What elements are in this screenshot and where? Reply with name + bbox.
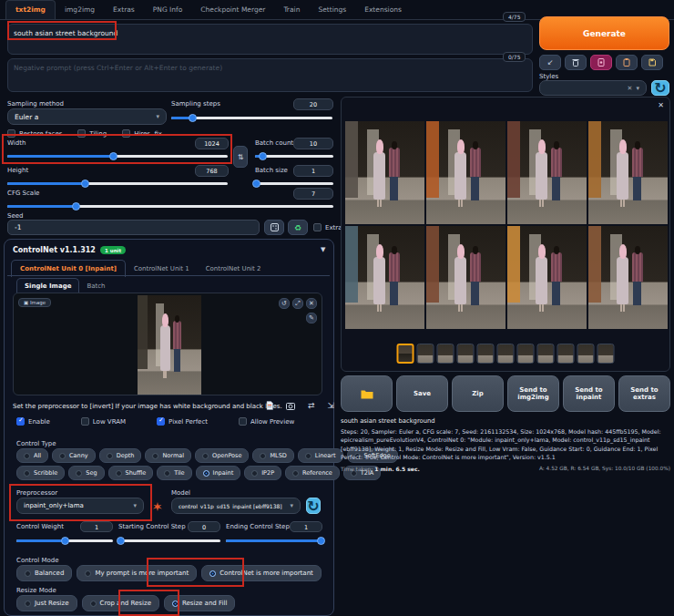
control-type-pill[interactable]: Normal [145, 448, 191, 463]
new-canvas-icon[interactable] [266, 401, 273, 410]
gallery-image[interactable] [507, 226, 587, 329]
control-mode-pill[interactable]: ControlNet is more important [201, 565, 322, 581]
paste-params-icon[interactable]: ↙ [539, 55, 561, 70]
checkbox-box[interactable] [81, 417, 89, 426]
refresh-styles-button[interactable]: ↻ [651, 80, 669, 96]
batch-count-slider[interactable] [255, 151, 333, 160]
batch-size-value[interactable]: 1 [293, 165, 333, 177]
option-checkbox[interactable]: Restore faces [7, 129, 62, 138]
checkbox-box[interactable] [122, 129, 130, 138]
checkbox-box[interactable] [16, 417, 25, 426]
controlnet-toggle[interactable]: Allow Preview [239, 417, 294, 426]
edit-icon[interactable]: ✎ [306, 313, 317, 323]
output-action-button[interactable]: Zip [452, 375, 504, 412]
generate-button[interactable]: Generate [539, 16, 669, 50]
gallery-image[interactable] [426, 121, 506, 224]
controlnet-image-tab[interactable]: Batch [79, 279, 112, 293]
option-checkbox[interactable]: Tiling [77, 129, 107, 138]
nav-tab[interactable]: Settings [309, 1, 355, 19]
control-type-pill[interactable]: All [16, 448, 48, 463]
sampling-steps-value[interactable]: 20 [293, 98, 333, 110]
cfg-scale-slider[interactable] [7, 201, 333, 210]
output-action-button[interactable]: Send to inpaint [563, 375, 615, 412]
clear-prompt-icon[interactable] [565, 55, 587, 70]
control-type-pill[interactable]: Tile [157, 466, 191, 480]
control-type-pill[interactable]: IP2P [244, 466, 281, 480]
webcam-icon[interactable] [286, 402, 295, 410]
negative-prompt-input[interactable] [7, 58, 533, 92]
control-type-pill[interactable]: Depth [99, 448, 142, 463]
checkbox-box[interactable] [77, 129, 86, 138]
control-mode-pill[interactable]: Balanced [16, 565, 72, 581]
output-action-button[interactable]: Send to extras [618, 375, 670, 412]
control-weight-slider[interactable] [16, 536, 113, 545]
apply-styles-icon[interactable] [616, 55, 638, 70]
control-type-pill[interactable]: OpenPose [195, 448, 249, 463]
height-slider[interactable] [7, 179, 228, 188]
ending-step-value[interactable]: 1 [290, 521, 322, 532]
starting-step-value[interactable]: 0 [188, 521, 220, 532]
gallery-thumbnail[interactable] [497, 344, 515, 364]
nav-tab[interactable]: Extras [104, 1, 144, 19]
gallery-image[interactable] [588, 121, 668, 224]
height-value[interactable]: 768 [195, 165, 229, 177]
control-type-pill[interactable]: Shuffle [108, 466, 154, 480]
send-dimensions-icon[interactable]: ⇲ [328, 401, 335, 410]
resize-mode-pill[interactable]: Crop and Resize [82, 595, 159, 611]
width-value[interactable]: 1024 [195, 138, 229, 149]
control-type-pill[interactable]: Inpaint [196, 466, 241, 480]
gallery-thumbnail[interactable] [437, 344, 454, 364]
gallery-thumbnail[interactable] [537, 344, 555, 364]
gallery-thumbnail[interactable] [457, 344, 475, 364]
control-type-pill[interactable]: Scribble [16, 466, 65, 480]
controlnet-image-tab[interactable]: Single Image [16, 278, 79, 293]
collapse-icon[interactable]: ▼ [321, 246, 325, 253]
model-select[interactable]: control_v11p_sd15_inpaint [ebff9138]▾ [171, 498, 301, 514]
gallery-thumbnail[interactable] [577, 344, 595, 364]
gallery-image[interactable] [507, 121, 587, 224]
output-action-button[interactable] [341, 375, 393, 412]
gallery-image[interactable] [588, 226, 668, 329]
controlnet-toggle[interactable]: Enable [16, 417, 50, 426]
save-style-icon[interactable] [641, 55, 663, 70]
nav-tab[interactable]: Extensions [355, 1, 411, 19]
resize-mode-pill[interactable]: Just Resize [16, 595, 77, 611]
nav-tab[interactable]: Train [274, 1, 309, 19]
control-type-pill[interactable]: Lineart [298, 448, 343, 463]
reuse-seed-button[interactable]: ♻ [288, 220, 308, 235]
control-type-pill[interactable]: Seg [68, 466, 104, 480]
nav-tab[interactable]: Checkpoint Merger [191, 1, 274, 19]
preprocessor-select[interactable]: inpaint_only+lama▾ [16, 498, 144, 514]
option-checkbox[interactable]: Hires. fix [122, 129, 162, 138]
gallery-image[interactable] [345, 121, 424, 224]
controlnet-toggle[interactable]: Low VRAM [81, 417, 126, 426]
gallery-image[interactable] [426, 226, 506, 329]
width-slider[interactable] [7, 151, 228, 160]
refresh-models-button[interactable]: ↻ [306, 498, 321, 514]
gallery-thumbnail[interactable] [557, 344, 575, 364]
gallery-thumbnail[interactable] [397, 344, 414, 364]
control-type-pill[interactable]: MLSD [252, 448, 293, 463]
output-action-button[interactable]: Send to img2img [507, 375, 559, 412]
cfg-scale-value[interactable]: 7 [293, 188, 333, 200]
sampling-method-select[interactable]: Euler a▾ [7, 108, 167, 125]
gallery-thumbnail[interactable] [517, 344, 535, 364]
resize-mode-pill[interactable]: Resize and Fill [164, 595, 235, 611]
extra-seed-checkbox[interactable]: Extra [313, 223, 342, 231]
controlnet-image-dropzone[interactable]: ▣ Image ↺ ⤢ ✕ ✎ [13, 293, 322, 395]
ending-step-slider[interactable] [226, 536, 322, 545]
gallery-thumbnail[interactable] [417, 344, 434, 364]
mirror-webcam-icon[interactable]: ⇄ [308, 401, 315, 410]
gallery-thumbnail[interactable] [477, 344, 495, 364]
output-action-button[interactable]: Save [396, 375, 448, 412]
run-preprocessor-icon[interactable] [153, 502, 162, 511]
checkbox-box[interactable] [239, 417, 247, 426]
expand-icon[interactable]: ⤢ [292, 298, 303, 309]
nav-tab[interactable]: txt2img [5, 0, 56, 19]
controlnet-toggle[interactable]: Pixel Perfect [157, 417, 208, 426]
control-weight-value[interactable]: 1 [80, 521, 113, 532]
seed-input[interactable]: -1 [7, 220, 260, 235]
prompt-input[interactable]: south asian street background [7, 24, 533, 55]
starting-step-slider[interactable] [118, 536, 220, 545]
close-icon[interactable]: ✕ [306, 298, 317, 309]
